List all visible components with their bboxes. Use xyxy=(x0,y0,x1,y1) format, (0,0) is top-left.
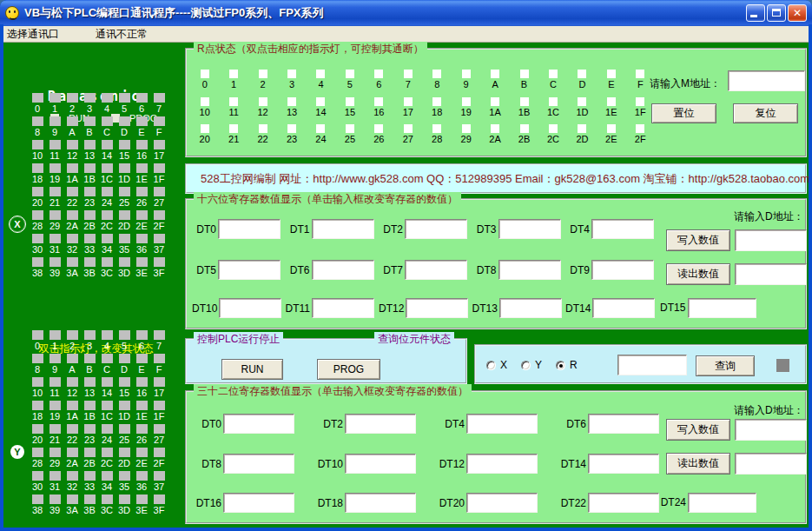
indicator-lamp[interactable] xyxy=(50,330,61,340)
indicator-lamp[interactable] xyxy=(102,140,113,149)
indicator-lamp[interactable] xyxy=(84,377,96,387)
indicator-lamp[interactable] xyxy=(84,234,96,243)
indicator-lamp[interactable] xyxy=(578,70,586,78)
indicator-lamp[interactable] xyxy=(119,187,130,196)
reg16-write-input[interactable] xyxy=(735,229,807,251)
indicator-lamp[interactable] xyxy=(119,234,130,243)
indicator-lamp[interactable] xyxy=(346,97,354,106)
indicator-lamp[interactable] xyxy=(84,163,96,173)
indicator-lamp[interactable] xyxy=(102,377,113,387)
register-input-dt4[interactable] xyxy=(466,414,538,434)
indicator-lamp[interactable] xyxy=(154,210,165,220)
indicator-lamp[interactable] xyxy=(491,124,499,133)
indicator-lamp[interactable] xyxy=(67,210,78,220)
indicator-lamp[interactable] xyxy=(32,401,43,410)
indicator-lamp[interactable] xyxy=(67,424,78,434)
menu-select-port[interactable]: 选择通讯口 xyxy=(0,26,66,43)
register-input-dt24[interactable] xyxy=(688,493,756,513)
indicator-lamp[interactable] xyxy=(102,257,113,267)
indicator-lamp[interactable] xyxy=(154,234,165,243)
query-button[interactable]: 查询 xyxy=(696,355,755,376)
indicator-lamp[interactable] xyxy=(259,124,267,133)
register-input-dt0[interactable] xyxy=(223,414,294,434)
indicator-lamp[interactable] xyxy=(136,140,148,149)
indicator-lamp[interactable] xyxy=(50,377,61,387)
indicator-lamp[interactable] xyxy=(404,70,413,78)
register-input-dt12[interactable] xyxy=(466,454,538,474)
indicator-lamp[interactable] xyxy=(119,471,130,481)
indicator-lamp[interactable] xyxy=(119,163,130,173)
indicator-lamp[interactable] xyxy=(32,494,43,504)
indicator-lamp[interactable] xyxy=(102,401,113,410)
indicator-lamp[interactable] xyxy=(432,97,441,106)
register-input-dt15[interactable] xyxy=(688,298,756,318)
indicator-lamp[interactable] xyxy=(154,187,165,196)
indicator-lamp[interactable] xyxy=(84,257,96,267)
m-address-input[interactable] xyxy=(728,70,805,91)
indicator-lamp[interactable] xyxy=(549,124,558,133)
indicator-lamp[interactable] xyxy=(346,124,354,133)
indicator-lamp[interactable] xyxy=(102,234,113,243)
indicator-lamp[interactable] xyxy=(520,124,529,133)
register-input-dt20[interactable] xyxy=(466,493,538,513)
close-button[interactable]: ✕ xyxy=(788,4,807,22)
indicator-lamp[interactable] xyxy=(119,494,130,504)
register-input-dt13[interactable] xyxy=(499,298,562,318)
indicator-lamp[interactable] xyxy=(102,471,113,481)
indicator-lamp[interactable] xyxy=(119,424,130,434)
indicator-lamp[interactable] xyxy=(229,97,238,106)
indicator-lamp[interactable] xyxy=(84,354,96,363)
indicator-lamp[interactable] xyxy=(259,97,267,106)
indicator-lamp[interactable] xyxy=(316,124,325,133)
reset-bit-button[interactable]: 复位 xyxy=(733,103,798,123)
app-smiley-icon[interactable] xyxy=(5,6,19,20)
indicator-lamp[interactable] xyxy=(32,93,43,103)
indicator-lamp[interactable] xyxy=(136,163,148,173)
indicator-lamp[interactable] xyxy=(154,448,165,457)
indicator-lamp[interactable] xyxy=(549,97,558,106)
register-input-dt14[interactable] xyxy=(588,454,659,474)
indicator-lamp[interactable] xyxy=(636,124,644,133)
indicator-lamp[interactable] xyxy=(102,210,113,220)
indicator-lamp[interactable] xyxy=(462,124,471,133)
indicator-lamp[interactable] xyxy=(154,140,165,149)
indicator-lamp[interactable] xyxy=(67,448,78,457)
indicator-lamp[interactable] xyxy=(102,448,113,457)
indicator-lamp[interactable] xyxy=(84,401,96,410)
indicator-lamp[interactable] xyxy=(259,70,267,78)
indicator-lamp[interactable] xyxy=(154,354,165,363)
indicator-lamp[interactable] xyxy=(84,448,96,457)
indicator-lamp[interactable] xyxy=(102,424,113,434)
indicator-lamp[interactable] xyxy=(520,70,529,78)
reg32-write-input[interactable] xyxy=(735,419,807,441)
indicator-lamp[interactable] xyxy=(636,70,644,78)
query-address-input[interactable] xyxy=(617,355,687,375)
indicator-lamp[interactable] xyxy=(119,401,130,410)
indicator-lamp[interactable] xyxy=(102,93,113,103)
indicator-lamp[interactable] xyxy=(32,140,43,149)
indicator-lamp[interactable] xyxy=(374,70,383,78)
indicator-lamp[interactable] xyxy=(154,163,165,173)
indicator-lamp[interactable] xyxy=(102,354,113,363)
reg16-read-button[interactable]: 读出数值 xyxy=(666,263,730,285)
indicator-lamp[interactable] xyxy=(136,471,148,481)
register-input-dt14[interactable] xyxy=(592,298,655,318)
indicator-lamp[interactable] xyxy=(462,97,471,106)
indicator-lamp[interactable] xyxy=(636,97,644,106)
indicator-lamp[interactable] xyxy=(67,401,78,410)
indicator-lamp[interactable] xyxy=(346,70,354,78)
indicator-lamp[interactable] xyxy=(50,140,61,149)
menu-comm-status[interactable]: 通讯不正常 xyxy=(89,26,155,43)
indicator-lamp[interactable] xyxy=(287,70,296,78)
indicator-lamp[interactable] xyxy=(119,330,130,340)
indicator-lamp[interactable] xyxy=(607,97,616,106)
indicator-lamp[interactable] xyxy=(136,494,148,504)
register-input-dt10[interactable] xyxy=(219,298,281,318)
indicator-lamp[interactable] xyxy=(119,140,130,149)
indicator-lamp[interactable] xyxy=(102,330,113,340)
reg32-read-button[interactable]: 读出数值 xyxy=(666,453,730,475)
indicator-lamp[interactable] xyxy=(119,93,130,103)
indicator-lamp[interactable] xyxy=(84,116,96,126)
register-input-dt0[interactable] xyxy=(218,219,281,239)
indicator-lamp[interactable] xyxy=(67,234,78,243)
